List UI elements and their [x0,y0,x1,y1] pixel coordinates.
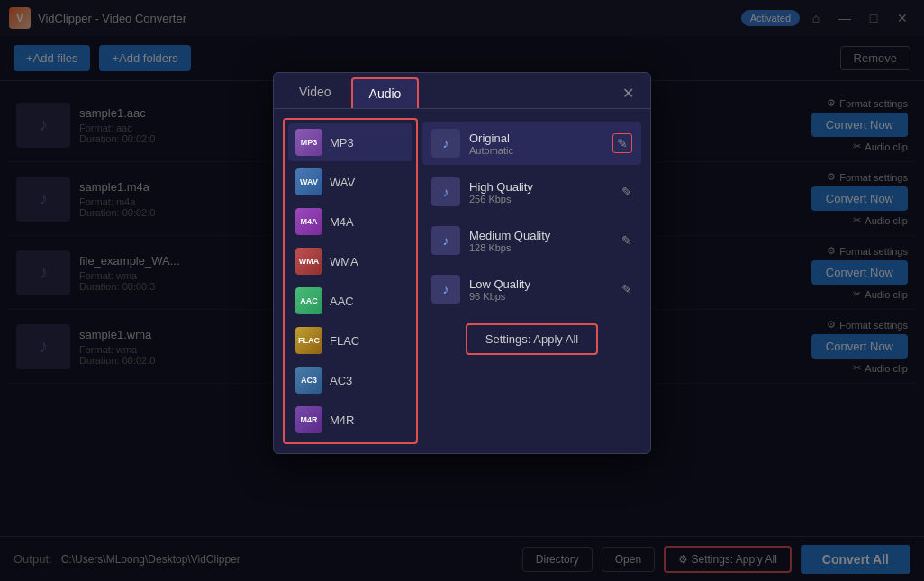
quality-name-original: Original [469,132,603,145]
format-item-ac3[interactable]: AC3 AC3 [288,361,412,399]
quality-info-medium: Medium Quality 128 Kbps [469,229,612,253]
format-dialog: Video Audio ✕ MP3 MP3 WAV WAV M4A M4A [273,72,651,454]
format-item-flac[interactable]: FLAC FLAC [288,322,412,359]
dialog-close-button[interactable]: ✕ [615,81,641,105]
format-label-mp3: MP3 [330,136,354,150]
quality-edit-high[interactable]: ✎ [621,185,632,199]
format-label-flac: FLAC [330,334,359,348]
wav-icon: WAV [295,168,322,195]
quality-list: ♪ Original Automatic ✎ ♪ High Quality 25… [422,118,641,444]
m4r-icon: M4R [295,406,322,433]
format-item-mp3[interactable]: MP3 MP3 [288,123,412,161]
quality-item-high[interactable]: ♪ High Quality 256 Kbps ✎ [422,170,641,213]
quality-icon-original: ♪ [431,129,460,158]
quality-item-low[interactable]: ♪ Low Quality 96 Kbps ✎ [422,268,641,311]
format-label-ac3: AC3 [330,374,352,387]
format-list: MP3 MP3 WAV WAV M4A M4A WMA WMA AAC [283,118,418,444]
quality-sub-original: Automatic [469,145,603,156]
quality-name-low: Low Quality [469,277,612,291]
quality-name-high: High Quality [469,180,612,194]
tab-video[interactable]: Video [283,77,348,108]
quality-icon-medium: ♪ [431,226,460,255]
quality-icon-low: ♪ [431,275,460,304]
format-label-m4a: M4A [330,215,354,229]
format-item-m4a[interactable]: M4A M4A [288,203,412,241]
quality-info-original: Original Automatic [469,132,603,156]
quality-info-low: Low Quality 96 Kbps [469,277,612,302]
mp3-icon: MP3 [295,129,322,156]
flac-icon: FLAC [295,327,322,354]
modal-overlay: Video Audio ✕ MP3 MP3 WAV WAV M4A M4A [0,0,924,581]
wma-icon: WMA [295,248,322,275]
quality-info-high: High Quality 256 Kbps [469,180,612,204]
ac3-icon: AC3 [295,367,322,394]
format-item-wav[interactable]: WAV WAV [288,163,412,201]
format-item-aac[interactable]: AAC AAC [288,282,412,320]
quality-name-medium: Medium Quality [469,229,612,242]
m4a-icon: M4A [295,208,322,235]
format-label-wav: WAV [330,176,355,189]
quality-icon-high: ♪ [431,177,460,206]
quality-edit-original[interactable]: ✎ [612,133,632,153]
format-item-m4r[interactable]: M4R M4R [288,401,412,439]
quality-sub-medium: 128 Kbps [469,242,612,253]
format-label-wma: WMA [330,255,358,268]
dialog-body: MP3 MP3 WAV WAV M4A M4A WMA WMA AAC [274,109,650,453]
format-item-wma[interactable]: WMA WMA [288,242,412,280]
quality-edit-low[interactable]: ✎ [621,282,632,296]
dialog-apply-all-button[interactable]: Settings: Apply All [466,323,598,355]
quality-item-original[interactable]: ♪ Original Automatic ✎ [422,122,641,165]
quality-edit-medium[interactable]: ✎ [621,233,632,248]
quality-sub-high: 256 Kbps [469,194,612,204]
format-label-aac: AAC [330,295,354,308]
format-label-m4r: M4R [330,413,354,427]
dialog-tabs: Video Audio ✕ [274,73,650,109]
quality-sub-low: 96 Kbps [469,291,612,302]
quality-item-medium[interactable]: ♪ Medium Quality 128 Kbps ✎ [422,219,641,262]
aac-icon: AAC [295,287,322,314]
tab-audio[interactable]: Audio [351,77,420,108]
